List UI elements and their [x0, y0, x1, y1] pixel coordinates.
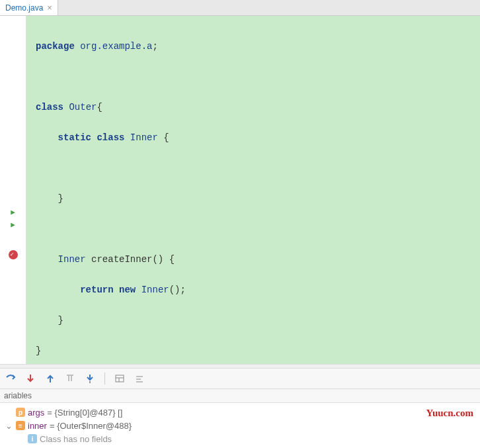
- step-into-icon[interactable]: [25, 373, 36, 384]
- gutter: ▶ ▶: [0, 16, 26, 364]
- trace-icon[interactable]: [134, 373, 145, 384]
- step-out-icon[interactable]: [45, 373, 56, 384]
- breakpoint-icon[interactable]: [9, 250, 18, 259]
- info-icon: i: [28, 434, 37, 443]
- drop-frame-icon[interactable]: [65, 373, 75, 384]
- run-method-icon[interactable]: ▶: [11, 222, 15, 229]
- svg-rect-1: [116, 375, 124, 382]
- step-over-icon[interactable]: [5, 373, 16, 384]
- toolbar-separator: [104, 373, 105, 384]
- run-to-cursor-icon[interactable]: [85, 373, 95, 384]
- variable-row[interactable]: p args = {String[0]@487} []: [4, 406, 476, 419]
- variables-tab[interactable]: ariables: [0, 389, 480, 403]
- evaluate-icon[interactable]: [114, 373, 125, 384]
- variables-panel: p args = {String[0]@487} [] ⌄ ≡ inner = …: [0, 403, 480, 448]
- object-icon: ≡: [16, 421, 25, 430]
- run-class-icon[interactable]: ▶: [11, 209, 15, 216]
- editor: ▶ ▶ − − − − − package org.example.a; cla…: [0, 16, 480, 364]
- watermark: Yuucn.com: [426, 408, 473, 419]
- variable-row: i Class has no fields: [4, 432, 476, 445]
- param-icon: p: [16, 408, 25, 417]
- tab-bar: Demo.java ×: [0, 0, 480, 16]
- close-icon[interactable]: ×: [47, 3, 52, 13]
- file-tab[interactable]: Demo.java ×: [0, 0, 58, 15]
- tab-filename: Demo.java: [5, 3, 43, 13]
- variable-row[interactable]: ⌄ ≡ inner = {Outer$Inner@488}: [4, 419, 476, 432]
- debug-toolbar: [0, 368, 480, 389]
- code-area[interactable]: package org.example.a; class Outer{ stat…: [26, 16, 480, 364]
- collapse-icon[interactable]: ⌄: [4, 421, 13, 431]
